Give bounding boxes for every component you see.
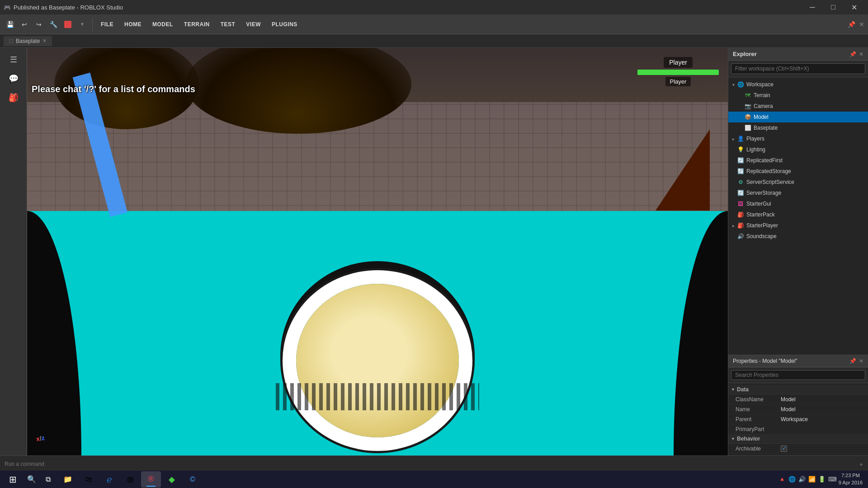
props-close-icon[interactable]: ✕	[859, 358, 863, 364]
prop-checkbox-archivable[interactable]: ✓	[781, 446, 787, 452]
tree-icon-soundscape: 🔊	[736, 232, 745, 240]
file-menu[interactable]: FILE	[96, 19, 118, 29]
tree-icon-baseplate: ⬜	[744, 124, 752, 132]
menu-separator	[92, 18, 93, 31]
tree-item-players[interactable]: ▸👤Players	[728, 133, 868, 144]
tab-close-btn[interactable]: ✕	[42, 38, 47, 44]
test-menu[interactable]: TEST	[216, 19, 240, 29]
tree-label-replicatedfirst: ReplicatedFirst	[746, 157, 783, 164]
taskbar-app2[interactable]: ©	[183, 471, 203, 488]
baseplate-tab[interactable]: ⬚ Baseplate ✕	[4, 36, 52, 46]
taskview-button[interactable]: ⧉	[40, 471, 56, 488]
tree-item-workspace[interactable]: ▾🌐Workspace	[728, 79, 868, 90]
left-toolbar: ☰ 💬 🎒	[0, 48, 27, 455]
window-title: Published as Baseplate - ROBLOX Studio	[14, 4, 123, 11]
tree-icon-camera: 📷	[744, 102, 752, 110]
model-menu[interactable]: MODEL	[148, 19, 178, 29]
command-input[interactable]	[5, 461, 859, 467]
vp-health-bar	[637, 70, 719, 75]
tool-btn[interactable]: 🔧	[47, 18, 60, 31]
main-layout: ☰ 💬 🎒 Please chat '/?' for a list of c	[0, 48, 868, 455]
tree-label-replicatedstorage: ReplicatedStorage	[746, 168, 791, 174]
save-toolbar-btn[interactable]: 💾	[4, 18, 16, 31]
explorer-title: Explorer	[733, 51, 757, 57]
terrain-menu[interactable]: TERRAIN	[179, 19, 214, 29]
prop-section-behavior[interactable]: ▾Behavior	[728, 434, 868, 444]
battery-icon[interactable]: 🔋	[818, 476, 826, 483]
tree-label-terrain: Terrain	[754, 92, 770, 99]
properties-search-input[interactable]	[731, 370, 865, 380]
prop-value-classname: Model	[781, 396, 864, 403]
close-icon[interactable]: ✕	[859, 21, 864, 28]
explorer-search-input[interactable]	[731, 63, 865, 74]
properties-panel: Properties - Model "Model" 📌 ✕ ▾DataClas…	[728, 355, 868, 455]
tree-icon-serverstorage: 🔄	[736, 189, 745, 197]
close-button[interactable]: ✕	[844, 0, 864, 14]
pin-icon[interactable]: 📌	[848, 21, 855, 28]
speaker-icon[interactable]: 🔊	[798, 476, 806, 483]
taskbar-roblox-app[interactable]: ®	[141, 471, 161, 488]
tree-item-camera[interactable]: 📷Camera	[728, 101, 868, 112]
undo-btn[interactable]: ↩	[18, 18, 31, 31]
taskbar-explorer-app[interactable]: 📁	[58, 471, 78, 488]
view-menu[interactable]: VIEW	[241, 19, 265, 29]
taskbar-chrome-app[interactable]: ⊛	[120, 471, 140, 488]
tree-item-replicatedstorage[interactable]: 🔄ReplicatedStorage	[728, 166, 868, 177]
tree-icon-starterplayer: 🎒	[736, 221, 745, 230]
tree-item-serverscriptservice[interactable]: ⚙ServerScriptService	[728, 177, 868, 188]
tree-item-terrain[interactable]: 🗺Terrain	[728, 90, 868, 101]
vp-char-head	[296, 284, 459, 437]
redo-btn[interactable]: ↪	[33, 18, 45, 31]
maximize-button[interactable]: □	[823, 0, 844, 14]
globe-icon[interactable]: 🌐	[788, 476, 796, 483]
inventory-btn[interactable]: 🎒	[5, 89, 23, 106]
hamburger-btn[interactable]: ☰	[5, 52, 23, 68]
plugins-menu[interactable]: PLUGINS	[267, 19, 302, 29]
vp-player-hud: Player Player	[637, 57, 719, 86]
explorer-close-icon[interactable]: ✕	[859, 51, 863, 57]
taskbar-ie-app[interactable]: ℯ	[99, 471, 119, 488]
tree-arrow-players[interactable]: ▸	[730, 136, 736, 141]
properties-content: ▾DataClassNameModelNameModelParentWorksp…	[728, 383, 868, 455]
taskbar-system: 🔺 🌐 🔊 📶 🔋 ⌨ 7:23 PM 9 Apr 2016	[778, 472, 866, 486]
tree-item-starterplayer[interactable]: ▸🎒StarterPlayer	[728, 220, 868, 231]
vp-player-name: Player	[665, 77, 691, 86]
vp-pixel-edge	[276, 383, 479, 410]
prop-section-data[interactable]: ▾Data	[728, 385, 868, 394]
tree-label-lighting: Lighting	[746, 146, 765, 153]
minimize-button[interactable]: ─	[802, 0, 823, 14]
chat-btn[interactable]: 💬	[5, 70, 23, 87]
prop-name-label: Archivable	[736, 446, 781, 452]
red-btn[interactable]	[61, 18, 74, 31]
title-bar: 🎮 Published as Baseplate - ROBLOX Studio…	[0, 0, 868, 14]
tree-arrow-workspace[interactable]: ▾	[730, 82, 736, 87]
tree-item-starterpack[interactable]: 🎒StarterPack	[728, 209, 868, 220]
prop-row-classname: ClassNameModel	[728, 394, 868, 404]
search-button[interactable]: 🔍	[24, 471, 40, 488]
home-menu[interactable]: HOME	[120, 19, 146, 29]
taskbar-store-app[interactable]: 🛍	[79, 471, 99, 488]
tree-arrow-starterplayer[interactable]: ▸	[730, 223, 736, 228]
chevron-icon[interactable]: 🔺	[778, 476, 786, 483]
taskbar-apps: 📁 🛍 ℯ ⊛ ® ◆ ©	[58, 471, 203, 488]
tree-item-serverstorage[interactable]: 🔄ServerStorage	[728, 188, 868, 198]
app-icon: 🎮	[4, 4, 11, 11]
viewport: Please chat '/?' for a list of commands …	[27, 48, 728, 455]
props-pin-icon[interactable]: 📌	[849, 358, 856, 364]
explorer-pin-icon[interactable]: 📌	[849, 51, 856, 57]
taskbar-app1[interactable]: ◆	[162, 471, 182, 488]
tree-item-lighting[interactable]: 💡Lighting	[728, 144, 868, 155]
network-icon[interactable]: 📶	[808, 476, 816, 483]
tree-item-startergui[interactable]: 🖼StarterGui	[728, 198, 868, 209]
arrow-btn[interactable]: ▼	[76, 18, 89, 31]
tree-item-model[interactable]: 📦Model	[728, 112, 868, 122]
prop-section-label: Data	[737, 386, 749, 393]
tree-item-soundscape[interactable]: 🔊Soundscape	[728, 231, 868, 242]
prop-section-label: Behavior	[737, 436, 760, 442]
keyboard-icon[interactable]: ⌨	[828, 476, 837, 483]
tree-icon-workspace: 🌐	[736, 80, 745, 89]
tree-item-baseplate[interactable]: ⬜Baseplate	[728, 122, 868, 133]
tree-item-replicatedfirst[interactable]: 🔄ReplicatedFirst	[728, 155, 868, 166]
tree-icon-players: 👤	[736, 135, 745, 143]
start-button[interactable]: ⊞	[2, 471, 24, 488]
